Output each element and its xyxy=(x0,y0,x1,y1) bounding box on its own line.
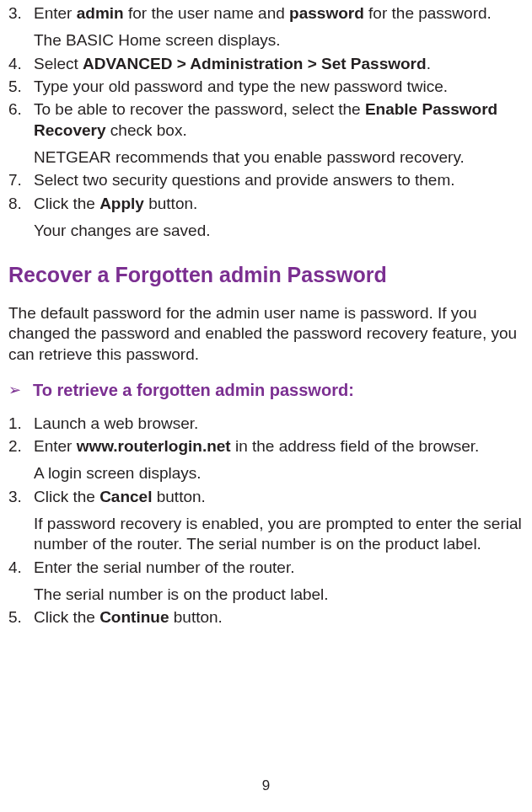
step-body: To be able to recover the password, sele… xyxy=(34,99,524,168)
step-item: 5.Type your old password and type the ne… xyxy=(8,77,524,97)
step-item: 6.To be able to recover the password, se… xyxy=(8,99,524,168)
step-item: 3.Enter admin for the user name and pass… xyxy=(8,3,524,51)
step-body: Enter admin for the user name and passwo… xyxy=(34,3,524,51)
section-heading: Recover a Forgotten admin Password xyxy=(8,261,524,288)
steps-list-2: 1.Launch a web browser.2.Enter www.route… xyxy=(8,414,524,628)
step-number: 2. xyxy=(8,436,34,484)
step-number: 8. xyxy=(8,194,34,242)
step-subtext: Your changes are saved. xyxy=(34,221,524,241)
step-item: 7.Select two security questions and prov… xyxy=(8,170,524,190)
step-text: Enter admin for the user name and passwo… xyxy=(34,3,524,24)
step-number: 6. xyxy=(8,99,34,168)
bold-text: Cancel xyxy=(99,488,152,505)
step-body: Click the Cancel button.If password reco… xyxy=(34,487,524,555)
step-subtext: The serial number is on the product labe… xyxy=(34,585,524,605)
step-body: Select two security questions and provid… xyxy=(34,170,524,190)
step-text: Select two security questions and provid… xyxy=(34,170,524,190)
procedure-heading: ➢ To retrieve a forgotten admin password… xyxy=(8,380,524,402)
step-item: 5.Click the Continue button. xyxy=(8,607,524,628)
intro-paragraph: The default password for the admin user … xyxy=(8,303,524,365)
step-number: 5. xyxy=(8,77,34,97)
step-number: 7. xyxy=(8,170,34,190)
bold-text: Continue xyxy=(99,608,169,626)
step-number: 4. xyxy=(8,54,34,74)
step-item: 4.Enter the serial number of the router.… xyxy=(8,558,524,606)
step-text: Click the Continue button. xyxy=(34,607,524,628)
step-body: Launch a web browser. xyxy=(34,414,524,434)
step-text: To be able to recover the password, sele… xyxy=(34,99,524,141)
step-number: 1. xyxy=(8,414,34,434)
bold-text: Enable Password Recovery xyxy=(34,100,497,138)
step-number: 3. xyxy=(8,3,34,51)
step-text: Click the Cancel button. xyxy=(34,487,524,507)
step-text: Enter www.routerlogin.net in the address… xyxy=(34,436,524,457)
step-number: 5. xyxy=(8,607,34,628)
arrow-icon: ➢ xyxy=(8,380,21,401)
bold-text: ADVANCED > Administration > Set Password xyxy=(83,55,427,72)
step-subtext: The BASIC Home screen displays. xyxy=(34,30,524,51)
step-subtext: NETGEAR recommends that you enable passw… xyxy=(34,147,524,168)
step-subtext: A login screen displays. xyxy=(34,463,524,483)
step-item: 4.Select ADVANCED > Administration > Set… xyxy=(8,54,524,74)
step-number: 4. xyxy=(8,558,34,606)
bold-text: admin xyxy=(77,4,124,22)
step-text: Select ADVANCED > Administration > Set P… xyxy=(34,54,524,74)
step-text: Launch a web browser. xyxy=(34,414,524,434)
steps-list-1: 3.Enter admin for the user name and pass… xyxy=(8,3,524,241)
page-number: 9 xyxy=(0,777,532,795)
bold-text: password xyxy=(289,4,364,22)
step-text: Type your old password and type the new … xyxy=(34,77,524,97)
step-item: 2.Enter www.routerlogin.net in the addre… xyxy=(8,436,524,484)
step-body: Select ADVANCED > Administration > Set P… xyxy=(34,54,524,74)
step-body: Click the Apply button.Your changes are … xyxy=(34,194,524,242)
step-text: Click the Apply button. xyxy=(34,194,524,214)
step-item: 3.Click the Cancel button.If password re… xyxy=(8,487,524,555)
step-text: Enter the serial number of the router. xyxy=(34,558,524,578)
bold-text: www.routerlogin.net xyxy=(77,437,231,455)
procedure-title: To retrieve a forgotten admin password: xyxy=(33,380,354,402)
bold-text: Apply xyxy=(99,195,144,212)
step-item: 1.Launch a web browser. xyxy=(8,414,524,434)
step-body: Type your old password and type the new … xyxy=(34,77,524,97)
step-body: Enter www.routerlogin.net in the address… xyxy=(34,436,524,484)
step-body: Click the Continue button. xyxy=(34,607,524,628)
step-item: 8.Click the Apply button.Your changes ar… xyxy=(8,194,524,242)
step-subtext: If password recovery is enabled, you are… xyxy=(34,514,524,555)
step-body: Enter the serial number of the router.Th… xyxy=(34,558,524,606)
step-number: 3. xyxy=(8,487,34,555)
